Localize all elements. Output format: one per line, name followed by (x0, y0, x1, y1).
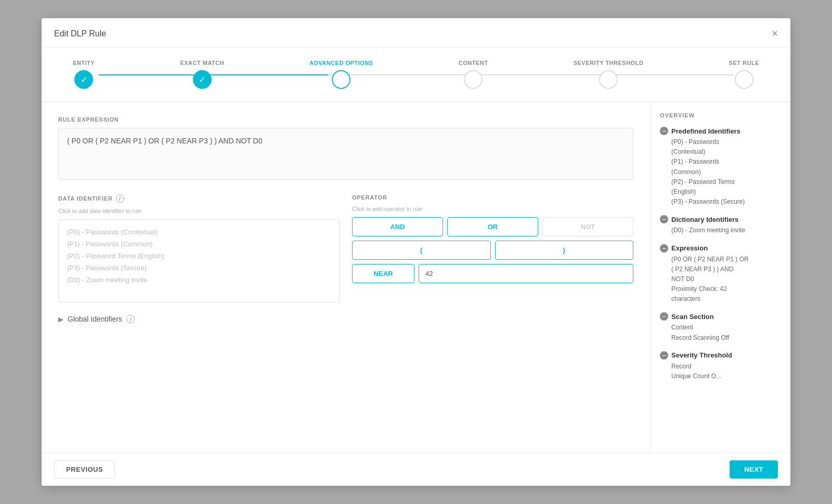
expand-icon: ▶ (58, 315, 63, 323)
expression-title: Expression (671, 244, 708, 252)
operator-buttons-row1: AND OR NOT (352, 217, 633, 236)
identifier-item-1[interactable]: (P1) - Passwords (Common) (67, 238, 331, 250)
operator-sublabel: Click to add operator to rule (352, 206, 633, 212)
data-identifier-info-icon[interactable]: i (116, 194, 124, 203)
overview-dictionary-header: − Dictionary Identifiers (660, 215, 781, 223)
stepper: ENTITY ✓ EXACT MATCH ✓ ADVANCED OPTIONS … (42, 47, 790, 102)
near-button[interactable]: NEAR (352, 264, 414, 283)
overview-predefined-header: − Predefined Identifiers (660, 127, 781, 135)
not-button[interactable]: NOT (542, 217, 633, 236)
dictionary-collapse-icon[interactable]: − (660, 215, 668, 223)
rule-expression-label: RULE EXPRESSION (58, 116, 633, 123)
identifier-item-2[interactable]: (P2) - Password Terms (English) (67, 250, 331, 262)
overview-title: OVERVIEW (660, 112, 781, 118)
step-content-label: CONTENT (459, 60, 488, 66)
severity-collapse-icon[interactable]: − (660, 351, 668, 360)
overview-scan-header: − Scan Section (660, 312, 781, 321)
data-identifier-col: DATA IDENTIFIER i Click to add data iden… (58, 194, 340, 302)
expression-content: (P0 OR ( P2 NEAR P1 ) OR( P2 NEAR P3 ) )… (660, 255, 781, 304)
step-exact-match-circle: ✓ (193, 70, 212, 89)
predefined-content: (P0) - Passwords(Contextual) (P1) - Pass… (660, 137, 781, 207)
predefined-collapse-icon[interactable]: − (660, 127, 668, 135)
two-column-section: DATA IDENTIFIER i Click to add data iden… (58, 194, 633, 302)
step-entity[interactable]: ENTITY ✓ (73, 60, 95, 89)
close-paren-button[interactable]: ) (495, 241, 634, 260)
identifier-item-0[interactable]: (P0) - Passwords (Contextual) (67, 226, 331, 238)
dictionary-title: Dictionary Identifiers (671, 216, 738, 223)
overview-predefined-section: − Predefined Identifiers (P0) - Password… (660, 127, 781, 207)
and-button[interactable]: AND (352, 217, 443, 236)
modal-body: RULE EXPRESSION ( P0 OR ( P2 NEAR P1 ) O… (42, 102, 790, 453)
close-button[interactable]: × (772, 28, 778, 47)
rule-expression-box[interactable]: ( P0 OR ( P2 NEAR P1 ) OR ( P2 NEAR P3 )… (58, 128, 633, 180)
step-set-rule-label: SET RULE (729, 60, 759, 66)
scan-content: ContentRecord Scanning Off (660, 323, 781, 342)
overview-scan-section: − Scan Section ContentRecord Scanning Of… (660, 312, 781, 342)
open-paren-button[interactable]: ( (352, 241, 491, 260)
severity-content: RecordUnique Count O... (660, 362, 781, 381)
expression-collapse-icon[interactable]: − (660, 244, 668, 253)
step-advanced-options-circle (332, 70, 350, 89)
modal-footer: PREVIOUS NEXT (42, 453, 790, 486)
modal-title: Edit DLP Rule (54, 29, 106, 46)
predefined-title: Predefined Identifiers (671, 127, 740, 135)
main-content: RULE EXPRESSION ( P0 OR ( P2 NEAR P1 ) O… (42, 102, 650, 453)
step-exact-match-label: EXACT MATCH (180, 60, 224, 66)
modal-overlay: Edit DLP Rule × ENTITY ✓ EXACT MATCH ✓ A… (0, 0, 832, 504)
step-severity-threshold[interactable]: SEVERITY THRESHOLD (574, 60, 644, 89)
step-set-rule[interactable]: SET RULE (729, 60, 759, 89)
overview-expression-section: − Expression (P0 OR ( P2 NEAR P1 ) OR( P… (660, 244, 781, 304)
identifier-list: (P0) - Passwords (Contextual) (P1) - Pas… (58, 219, 340, 302)
overview-severity-header: − Severity Threshold (660, 351, 781, 360)
operator-label: OPERATOR (352, 194, 633, 201)
operator-col: OPERATOR Click to add operator to rule A… (352, 194, 633, 302)
step-severity-threshold-label: SEVERITY THRESHOLD (574, 60, 644, 66)
step-advanced-options[interactable]: ADVANCED OPTIONS (309, 60, 373, 89)
step-entity-circle: ✓ (74, 70, 93, 89)
overview-severity-section: − Severity Threshold RecordUnique Count … (660, 351, 781, 381)
next-button[interactable]: NEXT (730, 460, 778, 479)
scan-collapse-icon[interactable]: − (660, 312, 668, 321)
global-identifiers-label: Global Identifiers (68, 315, 122, 323)
operator-buttons-row2: ( ) (352, 241, 633, 260)
scan-title: Scan Section (671, 313, 714, 321)
or-button[interactable]: OR (447, 217, 538, 236)
operator-buttons-row3: NEAR (352, 264, 633, 283)
data-identifier-label: DATA IDENTIFIER i (58, 194, 340, 203)
severity-title: Severity Threshold (671, 351, 732, 359)
step-content[interactable]: CONTENT (459, 60, 488, 89)
near-value-input[interactable] (419, 264, 633, 283)
step-content-circle (464, 70, 483, 89)
step-set-rule-circle (735, 70, 753, 89)
step-entity-label: ENTITY (73, 60, 95, 66)
rule-expression-value: ( P0 OR ( P2 NEAR P1 ) OR ( P2 NEAR P3 )… (67, 137, 263, 145)
step-advanced-options-label: ADVANCED OPTIONS (309, 60, 373, 66)
overview-sidebar: OVERVIEW − Predefined Identifiers (P0) -… (650, 102, 790, 453)
modal: Edit DLP Rule × ENTITY ✓ EXACT MATCH ✓ A… (42, 18, 790, 486)
step-exact-match[interactable]: EXACT MATCH ✓ (180, 60, 224, 89)
previous-button[interactable]: PREVIOUS (54, 460, 115, 479)
identifier-item-4[interactable]: (D0) - Zoom meeting invite (67, 274, 331, 286)
overview-expression-header: − Expression (660, 244, 781, 253)
modal-header: Edit DLP Rule × (42, 18, 790, 47)
data-identifier-sublabel: Click to add data identifier to rule (58, 208, 340, 214)
dictionary-content: (D0) - Zoom meeting invite (660, 226, 781, 235)
step-severity-threshold-circle (599, 70, 618, 89)
overview-dictionary-section: − Dictionary Identifiers (D0) - Zoom mee… (660, 215, 781, 235)
global-identifiers-info-icon[interactable]: i (126, 315, 135, 323)
global-identifiers-section[interactable]: ▶ Global Identifiers i (58, 315, 633, 323)
identifier-item-3[interactable]: (P3) - Passwords (Secure) (67, 262, 331, 274)
